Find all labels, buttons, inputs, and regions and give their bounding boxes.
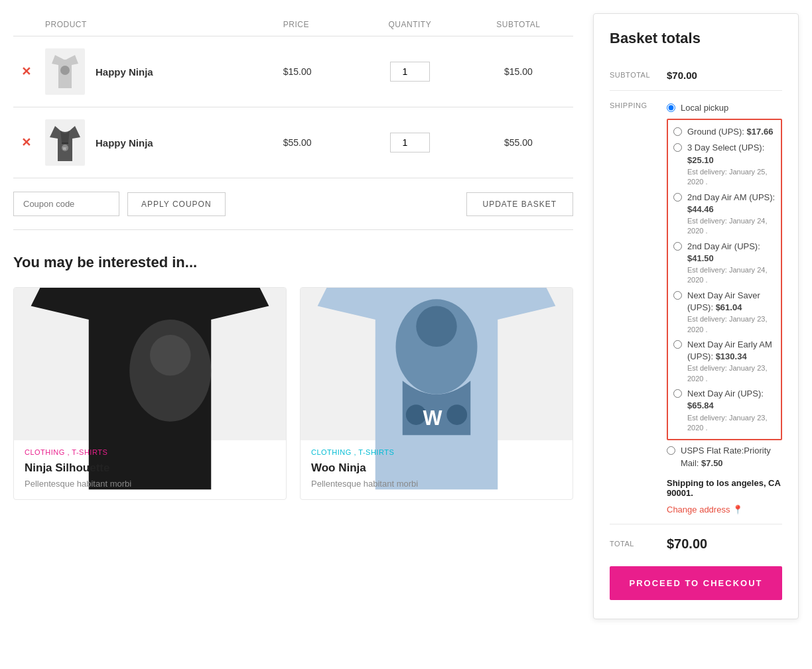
update-basket-button[interactable]: UPDATE BASKET [466,192,573,216]
shipping-option-label: Next Day Air (UPS): $65.84 Est delivery:… [687,388,776,433]
product-card[interactable]: CLOTHING , T-SHIRTS Ninja Silhouette Pel… [13,287,287,500]
shipping-radio[interactable] [673,291,682,300]
shipping-option: 2nd Day Air (UPS): $41.50 Est delivery: … [673,239,776,288]
shipping-option-label: 2nd Day Air (UPS): $41.50 Est delivery: … [687,241,776,286]
shipping-radio[interactable] [673,389,682,398]
total-label: TOTAL [610,540,656,548]
shipping-option: Local pickup [667,100,782,116]
shipping-radio[interactable] [673,143,682,152]
shipping-option: Next Day Air Early AM (UPS): $130.34 Est… [673,337,776,386]
shipping-radio[interactable] [673,242,682,251]
change-address-link[interactable]: Change address 📍 [667,505,743,515]
shipping-option-label: 2nd Day Air AM (UPS): $44.46 Est deliver… [687,192,776,237]
cart-section: Product Price Quantity Subtotal ✕ Happy … [13,13,573,619]
remove-item-button[interactable]: ✕ [19,64,34,79]
product-name: Happy Ninja [96,137,153,149]
location-icon: 📍 [732,505,743,515]
shipping-option: Next Day Air (UPS): $65.84 Est delivery:… [673,386,776,435]
product-cell: W Happy Ninja [45,119,273,166]
col-subtotal-header: Subtotal [464,13,573,36]
quantity-input[interactable] [390,62,430,82]
col-product-header: Product [40,13,278,36]
shipping-option-label: Ground (UPS): $17.66 [687,126,773,138]
svg-point-9 [446,405,467,426]
shipping-address-text: Shipping to los angeles, CA 90001. [667,478,782,498]
cart-row: ✕ Happy Ninja $15.00 $15.00 [13,36,573,107]
subtotal-row: SUBTOTAL $70.00 [610,60,782,91]
product-price: $55.00 [278,107,356,178]
products-grid: CLOTHING , T-SHIRTS Ninja Silhouette Pel… [13,287,573,500]
product-cell: Happy Ninja [45,48,273,95]
product-card-image: W [301,288,573,440]
shipping-options: Local pickup Ground (UPS): $17.66 3 Day … [667,100,782,471]
svg-point-5 [150,335,191,376]
product-card-image [14,288,286,440]
svg-text:W: W [63,147,66,151]
shipping-option-label: Local pickup [681,102,728,114]
shipping-option: 3 Day Select (UPS): $25.10 Est delivery:… [673,140,776,189]
total-amount: $70.00 [667,536,707,552]
product-card[interactable]: W CLOTHING , T-SHIRTS Woo Ninja Pellente… [300,287,573,500]
shipping-option: Next Day Air Saver (UPS): $61.04 Est del… [673,288,776,337]
shipping-option-label: 3 Day Select (UPS): $25.10 Est delivery:… [687,142,776,187]
shipping-row: SHIPPING Local pickup Ground (UPS): $17.… [610,91,782,524]
shipping-radio[interactable] [667,103,675,112]
product-subtotal: $15.00 [464,36,573,107]
shipping-radio[interactable] [667,446,675,455]
svg-point-0 [60,66,70,75]
shipping-option: Ground (UPS): $17.66 [673,124,776,140]
shipping-radio[interactable] [673,340,682,349]
shipping-option-label: Next Day Air Saver (UPS): $61.04 Est del… [687,290,776,335]
shipping-label: SHIPPING [610,100,656,109]
shipping-address: Shipping to los angeles, CA 90001. Chang… [667,478,782,515]
product-thumbnail: W [45,119,85,166]
coupon-row: APPLY COUPON UPDATE BASKET [13,178,573,230]
sidebar-section: Basket totals SUBTOTAL $70.00 SHIPPING L… [593,13,799,619]
col-quantity-header: Quantity [356,13,464,36]
total-row: TOTAL $70.00 [610,524,782,564]
svg-text:W: W [423,406,442,430]
quantity-input[interactable] [390,133,430,152]
shipping-radio[interactable] [673,193,682,202]
apply-coupon-button[interactable]: APPLY COUPON [127,192,226,216]
interested-title: You may be interested in... [13,254,573,271]
basket-totals: Basket totals SUBTOTAL $70.00 SHIPPING L… [593,13,799,619]
subtotal-label: SUBTOTAL [610,70,656,79]
remove-item-button[interactable]: ✕ [19,135,34,150]
svg-point-7 [416,306,457,347]
interested-section: You may be interested in... CLOTHING , T… [13,254,573,500]
product-name: Happy Ninja [96,66,153,78]
cart-row: ✕ W Happy Ninja $55.00 $55.00 [13,107,573,178]
checkout-button[interactable]: PROCEED TO CHECKOUT [610,566,782,600]
shipping-option-label: Next Day Air Early AM (UPS): $130.34 Est… [687,339,776,384]
product-subtotal: $55.00 [464,107,573,178]
shipping-option: USPS Flat Rate:Priority Mail: $7.50 [667,443,782,471]
svg-rect-1 [62,143,68,144]
coupon-input[interactable] [13,192,119,216]
shipping-highlighted-box: Ground (UPS): $17.66 3 Day Select (UPS):… [667,119,782,440]
shipping-option: 2nd Day Air AM (UPS): $44.46 Est deliver… [673,190,776,239]
basket-totals-title: Basket totals [610,30,782,47]
col-price-header: Price [278,13,356,36]
shipping-radio[interactable] [673,127,682,136]
product-price: $15.00 [278,36,356,107]
shipping-option-label: USPS Flat Rate:Priority Mail: $7.50 [681,445,782,469]
subtotal-amount: $70.00 [667,70,697,81]
product-thumbnail [45,48,85,95]
cart-table: Product Price Quantity Subtotal ✕ Happy … [13,13,573,178]
